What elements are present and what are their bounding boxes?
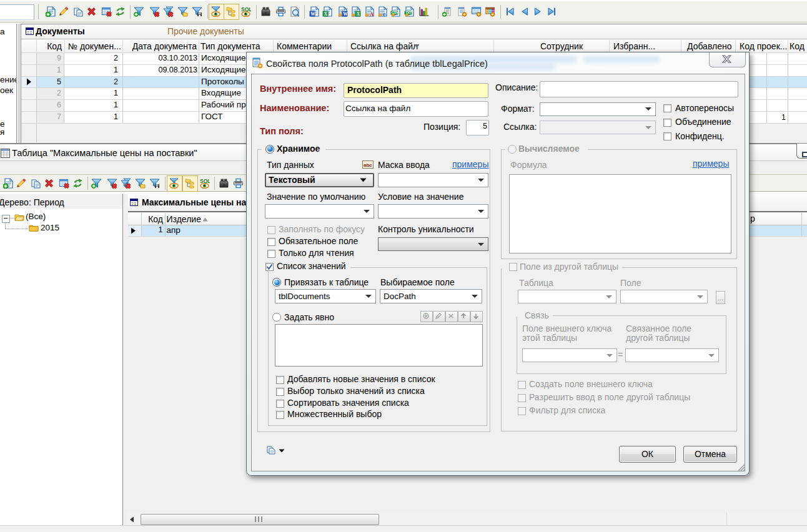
svg-text:abc: abc [364, 162, 372, 168]
